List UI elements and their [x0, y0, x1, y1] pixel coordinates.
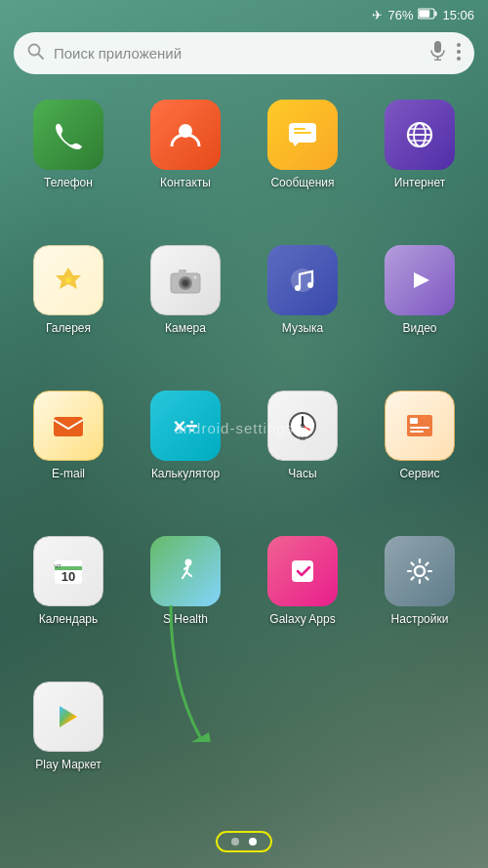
status-bar: ✈ 76% 15:06 — [0, 0, 488, 26]
page-dot-1[interactable] — [231, 838, 239, 846]
app-item-messages[interactable]: Сообщения — [244, 90, 361, 235]
svg-rect-5 — [434, 41, 441, 53]
app-label-camera: Камера — [165, 321, 206, 335]
svg-line-4 — [38, 54, 43, 59]
more-icon[interactable] — [457, 43, 461, 64]
svg-rect-42 — [421, 415, 427, 419]
app-label-service: Сервис — [399, 467, 439, 480]
svg-point-18 — [65, 277, 71, 283]
app-icon-phone — [33, 100, 103, 170]
app-icon-video — [385, 245, 455, 315]
app-label-playmarket: Play Маркет — [35, 758, 101, 771]
app-label-video: Видео — [402, 321, 436, 335]
battery-text: 76% — [387, 8, 413, 22]
svg-point-28 — [307, 282, 313, 288]
svg-text:12: 12 — [300, 435, 306, 441]
app-grid: Телефон Контакты Сообщения — [0, 86, 488, 821]
app-item-camera[interactable]: Камера — [127, 235, 244, 381]
page-dot-2[interactable] — [249, 838, 257, 846]
app-label-phone: Телефон — [44, 176, 93, 189]
app-icon-settings — [385, 536, 455, 606]
svg-point-10 — [457, 57, 461, 61]
search-bar[interactable]: Поиск приложений — [14, 32, 474, 74]
app-icon-camera — [150, 245, 221, 315]
svg-text:ЧТ: ЧТ — [54, 563, 61, 569]
app-label-internet: Интернет — [394, 176, 445, 189]
svg-point-35 — [301, 424, 305, 428]
svg-marker-29 — [414, 272, 429, 288]
svg-point-23 — [183, 280, 188, 286]
app-label-gallery: Галерея — [46, 321, 91, 335]
app-icon-messages — [267, 100, 338, 170]
app-item-service[interactable]: Сервис — [361, 381, 478, 526]
app-label-calc: Калькулятор — [151, 467, 220, 480]
svg-rect-1 — [435, 12, 437, 17]
svg-rect-30 — [54, 417, 83, 436]
screen: ✈ 76% 15:06 Поиск приложений — [0, 0, 488, 868]
app-item-internet[interactable]: Интернет — [361, 90, 478, 235]
app-item-galaxyapps[interactable]: Galaxy Apps — [244, 526, 361, 672]
empty-cell-3 — [361, 672, 478, 817]
app-label-shealth: S Health — [163, 612, 208, 626]
app-item-phone[interactable]: Телефон — [10, 90, 127, 235]
app-icon-gallery — [33, 245, 103, 315]
battery-icon — [418, 8, 437, 22]
search-bar-actions — [430, 41, 461, 65]
svg-point-9 — [457, 50, 461, 54]
app-icon-email — [33, 391, 103, 461]
app-item-clock[interactable]: 12 Часы — [244, 381, 361, 526]
app-icon-calendar: 10 ЧТ — [33, 536, 103, 606]
search-placeholder: Поиск приложений — [54, 45, 421, 62]
app-label-messages: Сообщения — [270, 176, 334, 189]
svg-point-25 — [194, 276, 197, 279]
svg-marker-51 — [60, 706, 77, 727]
search-icon — [27, 43, 44, 64]
time-display: 15:06 — [442, 8, 474, 22]
app-label-calendar: Календарь — [39, 612, 99, 626]
app-item-music[interactable]: Музыка — [244, 235, 361, 381]
airplane-icon: ✈ — [372, 8, 383, 22]
app-icon-music — [267, 245, 338, 315]
app-label-clock: Часы — [288, 467, 316, 480]
svg-rect-24 — [179, 269, 186, 274]
app-item-shealth[interactable]: S Health — [127, 526, 244, 672]
app-item-settings[interactable]: Настройки — [361, 526, 478, 672]
app-item-gallery[interactable]: Галерея — [10, 235, 127, 381]
svg-rect-38 — [410, 418, 418, 424]
svg-rect-40 — [410, 431, 424, 433]
app-icon-internet — [385, 100, 455, 170]
empty-cell-1 — [127, 672, 244, 817]
app-item-playmarket[interactable]: Play Маркет — [10, 672, 127, 817]
app-label-contacts: Контакты — [160, 176, 211, 189]
svg-text:×÷: ×÷ — [174, 414, 198, 438]
app-icon-shealth — [150, 536, 221, 606]
app-icon-clock: 12 — [267, 391, 338, 461]
app-icon-contacts — [150, 100, 221, 170]
svg-text:10: 10 — [61, 569, 75, 584]
empty-cell-2 — [244, 672, 361, 817]
app-item-calendar[interactable]: 10 ЧТ Календарь — [10, 526, 127, 672]
app-label-galaxyapps: Galaxy Apps — [269, 612, 335, 626]
app-item-email[interactable]: E-mail — [10, 381, 127, 526]
app-item-calc[interactable]: ×÷ Калькулятор — [127, 381, 244, 526]
page-indicators — [0, 821, 488, 868]
app-label-settings: Настройки — [391, 612, 449, 626]
page-indicator-wrapper — [216, 831, 272, 852]
app-icon-playmarket — [33, 682, 103, 752]
svg-rect-2 — [420, 10, 430, 18]
svg-point-8 — [457, 43, 461, 47]
svg-point-27 — [295, 285, 301, 291]
app-item-contacts[interactable]: Контакты — [127, 90, 244, 235]
app-label-email: E-mail — [52, 467, 85, 480]
svg-point-50 — [415, 566, 425, 576]
app-icon-service — [385, 391, 455, 461]
svg-rect-39 — [410, 427, 429, 429]
app-icon-galaxyapps — [267, 536, 338, 606]
app-item-video[interactable]: Видео — [361, 235, 478, 381]
app-label-music: Музыка — [282, 321, 323, 335]
svg-rect-49 — [292, 560, 313, 582]
status-icons: ✈ 76% 15:06 — [372, 8, 474, 22]
app-icon-calc: ×÷ — [150, 391, 221, 461]
mic-icon[interactable] — [430, 41, 445, 65]
